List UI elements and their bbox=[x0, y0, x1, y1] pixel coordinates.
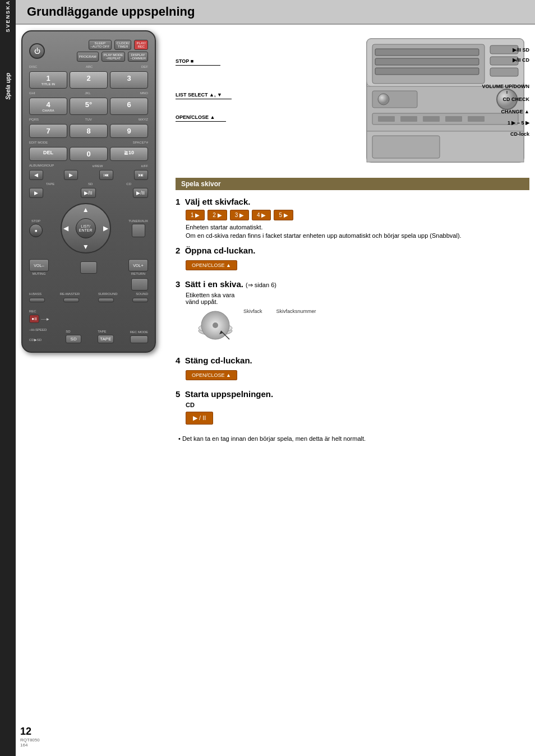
album-forward-button[interactable]: ▶ bbox=[64, 170, 78, 180]
slot-5-button[interactable]: 5 ▶ bbox=[274, 210, 293, 220]
rec-arrow: –––▶ bbox=[41, 317, 49, 321]
cd-check-label: CD CHECK bbox=[502, 96, 529, 102]
step-5-title: 5 Starta uppspelningen. bbox=[176, 389, 529, 399]
ff-label: ∧/FF bbox=[141, 164, 148, 168]
page-code: RQT8050 bbox=[20, 737, 40, 743]
svg-rect-4 bbox=[375, 58, 479, 65]
play-mode-button[interactable]: PLAY MODE–REPEAT bbox=[102, 52, 125, 62]
nav-right-button[interactable]: ▶ bbox=[103, 224, 108, 232]
vol-minus-button[interactable]: VOL– bbox=[29, 259, 49, 271]
num-7-button[interactable]: 7 bbox=[29, 124, 67, 138]
del-button[interactable]: DEL bbox=[29, 147, 67, 161]
slot-1-button[interactable]: 1 ▶ bbox=[186, 210, 205, 220]
step-4-content: OPEN/CLOSE ▲ bbox=[176, 368, 529, 382]
cd-play-button[interactable]: ▶ / II bbox=[186, 412, 213, 425]
stop-button[interactable]: ■ bbox=[29, 224, 43, 237]
step-4-title: 4 Stäng cd-luckan. bbox=[176, 356, 529, 365]
disc-illustration bbox=[196, 308, 235, 349]
remaster-button[interactable] bbox=[63, 298, 79, 302]
sound-button[interactable] bbox=[132, 298, 148, 302]
sound-label: SOUND bbox=[136, 292, 148, 296]
nav-up-button[interactable]: ▲ bbox=[82, 206, 89, 214]
volume-label: VOLUME UP/DOWN bbox=[482, 84, 530, 89]
disc-area: Skivfack Skivfacksnummer bbox=[196, 308, 529, 349]
svg-rect-13 bbox=[378, 116, 395, 122]
hbass-button[interactable] bbox=[29, 298, 45, 302]
step-4: 4 Stäng cd-luckan. OPEN/CLOSE ▲ bbox=[176, 356, 529, 382]
language-label: SVENSKA bbox=[5, 0, 11, 39]
cd-slot-buttons: 1 ▶ 2 ▶ 3 ▶ 4 ▶ 5 ▶ bbox=[186, 210, 529, 220]
surround-button[interactable] bbox=[98, 298, 114, 302]
num-3-button[interactable]: 3 bbox=[110, 71, 148, 89]
play-rec-button[interactable]: PLAY/REC bbox=[134, 40, 148, 50]
disc-svg bbox=[196, 308, 235, 348]
num-5-button[interactable]: 5° bbox=[70, 98, 108, 115]
page-number-area: 12 RQT8050 164 bbox=[20, 726, 40, 748]
svg-rect-8 bbox=[490, 68, 518, 76]
step-1-num: 1 bbox=[176, 197, 180, 206]
num-2-button[interactable]: 2 bbox=[70, 71, 108, 89]
svg-rect-19 bbox=[372, 136, 440, 158]
num-0-button[interactable]: 0 bbox=[70, 147, 108, 161]
num-10-button[interactable]: ≧10 bbox=[110, 147, 148, 161]
tape-play-button[interactable]: ▶ bbox=[29, 188, 43, 198]
return-label: RETURN bbox=[131, 272, 145, 275]
side-label: SVENSKA Spela upp bbox=[0, 0, 16, 756]
num-6-button[interactable]: 6 bbox=[110, 98, 148, 115]
device-diagram: STOP ■ LIST SELECT ▲, ▼ OPEN/CLOSE ▲ ▶/I… bbox=[176, 30, 529, 173]
step-2: 2 Öppna cd-luckan. OPEN/CLOSE ▲ bbox=[176, 246, 529, 273]
rec-mode-button[interactable] bbox=[130, 335, 148, 343]
return-button[interactable] bbox=[131, 278, 148, 291]
list-enter-button[interactable]: LIST/ENTER bbox=[76, 218, 96, 238]
album-back-button[interactable]: ◀ bbox=[29, 170, 43, 180]
slot-2-button[interactable]: 2 ▶ bbox=[207, 210, 227, 220]
rec-label: REC bbox=[29, 310, 36, 313]
power-button[interactable]: ⏻ bbox=[29, 43, 45, 59]
slots-label: 1 ▶ – 5 ▶ bbox=[508, 120, 529, 126]
vol-plus-button[interactable]: VOL+ bbox=[128, 259, 148, 271]
remote-section: ⏻ SLEEP–AUTO OFF CLOCK/TIMER PLAY/REC bbox=[21, 30, 167, 442]
nav-down-button[interactable]: ▼ bbox=[82, 243, 89, 251]
number-grid-2: 4 CHARA 5° 6 bbox=[29, 98, 148, 115]
muting-button[interactable] bbox=[80, 261, 97, 274]
rec-tape-button[interactable]: TAPE bbox=[98, 335, 113, 343]
step-1-bullet-1: Enheten startar automatiskt. bbox=[186, 224, 529, 231]
rec-sd-button[interactable]: SD bbox=[66, 335, 81, 343]
svg-rect-15 bbox=[423, 116, 440, 122]
step-2-num: 2 bbox=[176, 246, 180, 255]
num-8-button[interactable]: 8 bbox=[70, 124, 108, 138]
num-9-button[interactable]: 9 bbox=[110, 124, 148, 138]
svg-point-11 bbox=[378, 94, 389, 105]
open-close-button-2[interactable]: OPEN/CLOSE ▲ bbox=[186, 370, 237, 380]
slot-4-button[interactable]: 4 ▶ bbox=[252, 210, 271, 220]
display-button[interactable]: DISPLAY–DIMMER bbox=[128, 52, 148, 62]
tuner-aux-button[interactable] bbox=[132, 224, 145, 237]
step-3-num: 3 bbox=[176, 279, 180, 289]
rec-button[interactable]: ●II bbox=[29, 315, 39, 323]
next-button[interactable]: ⏭ bbox=[134, 170, 148, 180]
remote-top-row: ⏻ SLEEP–AUTO OFF CLOCK/TIMER PLAY/REC bbox=[29, 40, 148, 62]
slot-3-button[interactable]: 3 ▶ bbox=[230, 210, 249, 220]
clock-timer-button[interactable]: CLOCK/TIMER bbox=[114, 40, 131, 50]
svg-rect-16 bbox=[445, 116, 462, 122]
open-close-button-1[interactable]: OPEN/CLOSE ▲ bbox=[186, 260, 237, 270]
step-1-content: Enheten startar automatiskt. Om en cd-sk… bbox=[176, 224, 529, 239]
num-4-button[interactable]: 4 CHARA bbox=[29, 98, 67, 115]
step-3-content: Etiketten ska vara vänd uppåt. bbox=[176, 292, 529, 349]
svg-point-25 bbox=[213, 322, 218, 328]
cd-play-pause-button[interactable]: ▶/II bbox=[133, 188, 148, 198]
cd-lock-label: CD-lock bbox=[510, 131, 529, 137]
abc-label: ABC bbox=[86, 65, 93, 68]
disc-label-1: Skivfack Skivfacksnummer bbox=[243, 308, 316, 314]
page-number: 12 bbox=[20, 726, 40, 737]
nav-left-button[interactable]: ◀ bbox=[63, 224, 68, 232]
open-close-label: OPEN/CLOSE ▲ bbox=[176, 114, 215, 120]
num-1-button[interactable]: 1 TITLE IN bbox=[29, 71, 67, 89]
prev-button[interactable]: ⏮ bbox=[99, 170, 113, 180]
program-button[interactable]: PROGRAM bbox=[77, 52, 99, 62]
sleep-button[interactable]: SLEEP–AUTO OFF bbox=[89, 40, 112, 50]
step-1: 1 Välj ett skivfack. 1 ▶ 2 ▶ 3 ▶ 4 ▶ 5 ▶… bbox=[176, 197, 529, 239]
sd-play-pause-button[interactable]: ▶/II bbox=[81, 188, 96, 198]
vol-row: VOL– MUTING VOL+ RETURN bbox=[29, 259, 148, 275]
rec-mode-label: REC MODE bbox=[130, 330, 148, 334]
